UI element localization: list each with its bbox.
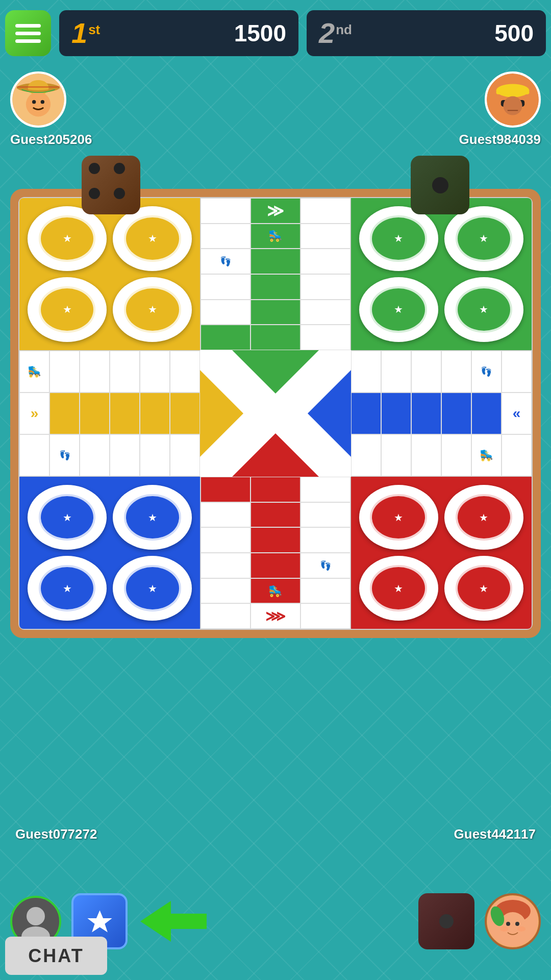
dice-top-left[interactable]: [82, 156, 140, 214]
dice-top-right[interactable]: [411, 156, 469, 214]
cell-l15: [110, 434, 140, 476]
token-green-1[interactable]: ★: [359, 206, 438, 271]
token-red-3[interactable]: ★: [359, 556, 438, 621]
score-card-1st: 1 st 1500: [59, 10, 298, 56]
cell-t1: ≫: [251, 198, 300, 224]
cell-l1: [49, 351, 80, 393]
cell-t10: [251, 274, 300, 300]
svg-point-4: [26, 92, 51, 116]
cell-r15: [441, 434, 471, 476]
cell-l4: [140, 351, 170, 393]
svg-marker-18: [140, 901, 207, 942]
token-blue-2[interactable]: ★: [113, 485, 192, 550]
cell-b3: [201, 502, 251, 528]
cell-t6: 👣: [201, 249, 251, 274]
cell-t5: [300, 224, 350, 249]
cell-t11: [300, 274, 350, 300]
cell-l17: [170, 434, 200, 476]
avatar-bottom-right: [485, 893, 541, 949]
cell-t12: [201, 300, 251, 325]
chat-button[interactable]: CHAT: [5, 937, 107, 975]
token-blue-3[interactable]: ★: [28, 556, 107, 621]
cell-b0: [201, 477, 251, 502]
token-red-1[interactable]: ★: [359, 485, 438, 550]
cell-b17: [300, 603, 350, 629]
triangle-red: [232, 433, 319, 477]
cell-r17: [502, 434, 532, 476]
arrow-button[interactable]: [138, 896, 209, 947]
cell-t9: [201, 274, 251, 300]
cell-l7: [49, 393, 80, 434]
cell-b2: [300, 477, 350, 502]
cell-b16: ⋙: [251, 603, 300, 629]
svg-rect-3: [17, 86, 59, 88]
dice-brown-icon: [82, 156, 140, 214]
token-inner: ★: [39, 215, 96, 262]
token-blue-4[interactable]: ★: [113, 556, 192, 621]
cell-r8: [411, 393, 441, 434]
game-board-container: ★ ★ ★ ★: [10, 189, 541, 638]
svg-point-22: [506, 922, 510, 926]
menu-button[interactable]: [5, 10, 51, 56]
score-value-1: 1500: [234, 19, 286, 47]
menu-line-2: [15, 32, 41, 35]
path-left: 🛼 » 👣: [19, 350, 200, 477]
score-card-2nd: 2 nd 500: [307, 10, 546, 56]
cell-l3: [110, 351, 140, 393]
player-top-right: Guest984039: [459, 71, 541, 148]
rank-suffix-1: st: [88, 22, 100, 38]
die-dot-single: [432, 177, 448, 193]
token-red-2[interactable]: ★: [444, 485, 523, 550]
zone-green: ★ ★ ★ ★: [351, 198, 532, 350]
die-dot-2: [114, 163, 125, 174]
avatar-top-right: [485, 71, 541, 128]
cell-r6: [351, 393, 381, 434]
cell-t13: [251, 300, 300, 325]
cell-r5: [502, 351, 532, 393]
cell-r2: [411, 351, 441, 393]
cell-l10: [140, 393, 170, 434]
token-green-2[interactable]: ★: [444, 206, 523, 271]
player-name-top-left: Guest205206: [10, 132, 92, 148]
die-dot-1: [89, 163, 100, 174]
game-board: ★ ★ ★ ★: [10, 189, 541, 638]
token-yellow-1[interactable]: ★: [28, 206, 107, 271]
avatar-mexican-icon: [12, 71, 64, 128]
rank-number-1: 1: [71, 19, 87, 47]
token-green-4[interactable]: ★: [444, 277, 523, 342]
svg-point-13: [503, 96, 522, 115]
token-yellow-3[interactable]: ★: [28, 277, 107, 342]
player-name-bottom-right: Guest442117: [454, 826, 536, 842]
rank-number-2: 2: [319, 19, 335, 47]
token-blue-1[interactable]: ★: [28, 485, 107, 550]
cell-b11: 👣: [300, 553, 350, 578]
rank-badge-2nd: 2 nd: [319, 19, 352, 47]
cell-l11: [170, 393, 200, 434]
cell-t7: [251, 249, 300, 274]
cell-r4: 👣: [471, 351, 502, 393]
arrow-left-icon: [140, 898, 207, 944]
center-zone: [200, 350, 350, 477]
cell-t2: [300, 198, 350, 224]
cell-l9: [110, 393, 140, 434]
cell-b1: [251, 477, 300, 502]
star-icon: [86, 908, 114, 936]
token-green-3[interactable]: ★: [359, 277, 438, 342]
cell-t3: [201, 224, 251, 249]
cell-r3: [441, 351, 471, 393]
cell-b15: [201, 603, 251, 629]
cell-t4: 🛼: [251, 224, 300, 249]
cell-r16: 🛼: [471, 434, 502, 476]
cell-b12: [201, 578, 251, 604]
player-top-left: Guest205206: [10, 71, 92, 148]
dice-bottom-dark[interactable]: [418, 893, 474, 949]
token-red-4[interactable]: ★: [444, 556, 523, 621]
cell-r10: [471, 393, 502, 434]
token-yellow-2[interactable]: ★: [113, 206, 192, 271]
token-yellow-4[interactable]: ★: [113, 277, 192, 342]
cell-b13: 🛼: [251, 578, 300, 604]
cell-l6: »: [19, 393, 49, 434]
cell-l0: 🛼: [19, 351, 49, 393]
svg-marker-17: [87, 910, 112, 932]
cell-l5: [170, 351, 200, 393]
